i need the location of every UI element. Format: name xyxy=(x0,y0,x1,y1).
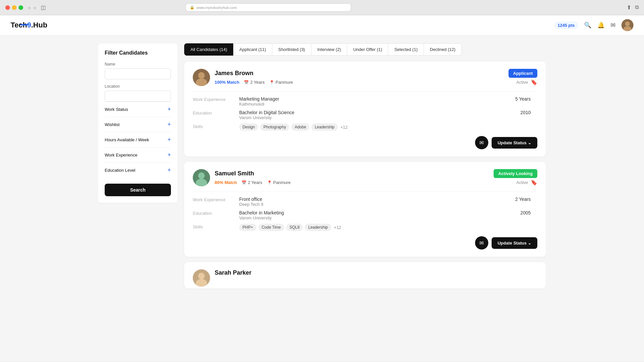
hours-expand-icon: + xyxy=(167,136,171,143)
location-meta-james: 📍 Panmure xyxy=(269,80,293,85)
main-content: Filter Candidates Name Location Work Sta… xyxy=(90,35,554,302)
sidebar: Filter Candidates Name Location Work Sta… xyxy=(98,43,178,203)
education-label-james: Education xyxy=(193,110,233,120)
skills-label-samuel: Skills xyxy=(193,224,233,231)
work-exp-title-james: Marketing Manager xyxy=(239,96,279,102)
tab-interview[interactable]: Interview (2) xyxy=(311,43,347,56)
badge-james: Applicant xyxy=(509,69,537,78)
lock-icon: 🔒 xyxy=(190,5,194,10)
address-bar[interactable]: 🔒 www.myindustryhub.com xyxy=(186,3,351,12)
candidate-info-samuel: Samuel Smith Actively Looking 80% Match … xyxy=(215,169,537,186)
work-exp-years-samuel: 2 Years xyxy=(515,197,537,202)
svg-point-10 xyxy=(198,273,205,279)
status-samuel: Active xyxy=(516,180,528,185)
card-meta-samuel: 80% Match 📅 2 Years 📍 Panmure Active xyxy=(215,179,537,186)
work-exp-years-james: 5 Years xyxy=(515,96,537,102)
card-top-samuel: Samuel Smith Actively Looking 80% Match … xyxy=(193,169,537,186)
skill-tags-james: Design Photography Adobe Leadership +12 xyxy=(239,123,537,131)
location-meta-samuel: 📍 Panmure xyxy=(267,180,291,185)
hours-section[interactable]: Hours Available / Week + xyxy=(105,132,171,147)
search-icon[interactable]: 🔍 xyxy=(584,22,591,29)
education-year-james: 2010 xyxy=(520,110,537,115)
tab-declined[interactable]: Declined (12) xyxy=(424,43,462,56)
email-button-samuel[interactable]: ✉ xyxy=(475,236,488,249)
traffic-lights xyxy=(5,5,23,10)
update-status-james[interactable]: Update Status ⌄ xyxy=(492,137,537,149)
skill-leadership-samuel: Leadership xyxy=(305,224,331,231)
status-james: Active xyxy=(516,80,528,85)
svg-point-1 xyxy=(625,22,630,26)
tab-selected[interactable]: Selected (1) xyxy=(388,43,423,56)
tab-shortlisted[interactable]: Shortlisted (3) xyxy=(272,43,311,56)
education-content-james: Bachelor in Digital Science Varom Univer… xyxy=(239,110,537,120)
candidate-info-james: James Brown Applicant 100% Match 📅 2 Yea… xyxy=(215,69,537,85)
tab-under-offer[interactable]: Under Offer (1) xyxy=(347,43,388,56)
search-button[interactable]: Search xyxy=(105,184,171,196)
browser-chrome: ‹ › ◫ 🔒 www.myindustryhub.com ⬆ ⧉ xyxy=(0,0,644,15)
skills-content-james: Design Photography Adobe Leadership +12 xyxy=(239,123,537,131)
location-input[interactable] xyxy=(105,91,171,102)
logo: Tech9.Hub xyxy=(11,21,47,29)
education-james: Education Bachelor in Digital Science Va… xyxy=(193,110,537,120)
update-status-samuel[interactable]: Update Status ⌄ xyxy=(492,237,537,249)
forward-button[interactable]: › xyxy=(33,4,37,11)
candidate-info-sarah: Sarah Parker xyxy=(215,269,251,276)
education-year-samuel: 2005 xyxy=(520,210,537,215)
close-button[interactable] xyxy=(5,5,10,10)
candidate-card-james: James Brown Applicant 100% Match 📅 2 Yea… xyxy=(184,62,546,157)
candidate-card-samuel: Samuel Smith Actively Looking 80% Match … xyxy=(184,162,546,257)
avatar-james xyxy=(193,69,210,86)
work-exp-company-james: Kathmunukdi xyxy=(239,102,279,107)
name-input[interactable] xyxy=(105,68,171,79)
browser-actions: ⬆ ⧉ xyxy=(627,4,639,11)
card-actions-samuel: ✉ Update Status ⌄ xyxy=(193,236,537,249)
education-school-james: Varom University xyxy=(239,115,295,120)
name-label: Name xyxy=(105,62,171,67)
skills-label-james: Skills xyxy=(193,123,233,131)
bookmark-samuel[interactable]: 🔖 xyxy=(531,179,537,186)
work-experience-section[interactable]: Work Experience + xyxy=(105,147,171,162)
location-icon-samuel: 📍 xyxy=(267,180,272,185)
work-exp-label-james: Work Experience xyxy=(193,96,233,107)
experience-meta-james: 📅 2 Years xyxy=(244,80,264,85)
work-status-label: Work Status xyxy=(105,107,128,112)
tabs-icon[interactable]: ⧉ xyxy=(635,4,639,11)
education-label: Education Level xyxy=(105,168,135,173)
back-button[interactable]: ‹ xyxy=(27,4,31,11)
skill-sql8: SQL8 xyxy=(286,224,303,231)
avatar[interactable] xyxy=(621,19,633,31)
tab-all-candidates[interactable]: All Candidates (14) xyxy=(184,43,233,56)
logo-bar xyxy=(20,24,29,25)
bookmark-james[interactable]: 🔖 xyxy=(531,79,537,85)
svg-point-7 xyxy=(198,172,205,179)
tab-applicant[interactable]: Applicant (11) xyxy=(233,43,272,56)
minimize-button[interactable] xyxy=(12,5,17,10)
candidates-panel: All Candidates (14) Applicant (11) Short… xyxy=(184,43,546,294)
email-button-james[interactable]: ✉ xyxy=(475,136,488,149)
education-samuel: Education Bachelor in Marketing Varom Un… xyxy=(193,210,537,220)
skill-design: Design xyxy=(239,123,258,131)
skills-james: Skills Design Photography Adobe Leadersh… xyxy=(193,123,537,131)
share-icon[interactable]: ⬆ xyxy=(627,4,631,11)
work-exp-james: Work Experience Marketing Manager Kathmu… xyxy=(193,96,537,107)
mail-icon[interactable]: ✉ xyxy=(611,22,616,29)
sidebar-toggle-icon[interactable]: ◫ xyxy=(41,4,46,11)
work-status-section[interactable]: Work Status + xyxy=(105,102,171,117)
work-exp-label-samuel: Work Experience xyxy=(193,197,233,207)
maximize-button[interactable] xyxy=(19,5,23,10)
card-meta-james: 100% Match 📅 2 Years 📍 Panmure Active xyxy=(215,79,537,85)
candidate-name-james: James Brown xyxy=(215,70,253,77)
education-school-samuel: Varom University xyxy=(239,215,284,220)
bell-icon[interactable]: 🔔 xyxy=(597,22,605,29)
education-content-samuel: Bachelor in Marketing Varom University 2… xyxy=(239,210,537,220)
education-section[interactable]: Education Level + xyxy=(105,162,171,178)
education-expand-icon: + xyxy=(167,167,171,174)
skills-samuel: Skills PHP+ Code Time SQL8 Leadership +1… xyxy=(193,224,537,231)
experience-meta-samuel: 📅 2 Years xyxy=(242,180,262,185)
wishlist-section[interactable]: Wishlist + xyxy=(105,117,171,132)
skill-adobe: Adobe xyxy=(291,123,309,131)
skill-photography: Photography xyxy=(260,123,289,131)
education-degree-james: Bachelor in Digital Science xyxy=(239,110,295,115)
skill-tags-samuel: PHP+ Code Time SQL8 Leadership +12 xyxy=(239,224,537,231)
points-badge: 1245 pts xyxy=(554,22,578,29)
